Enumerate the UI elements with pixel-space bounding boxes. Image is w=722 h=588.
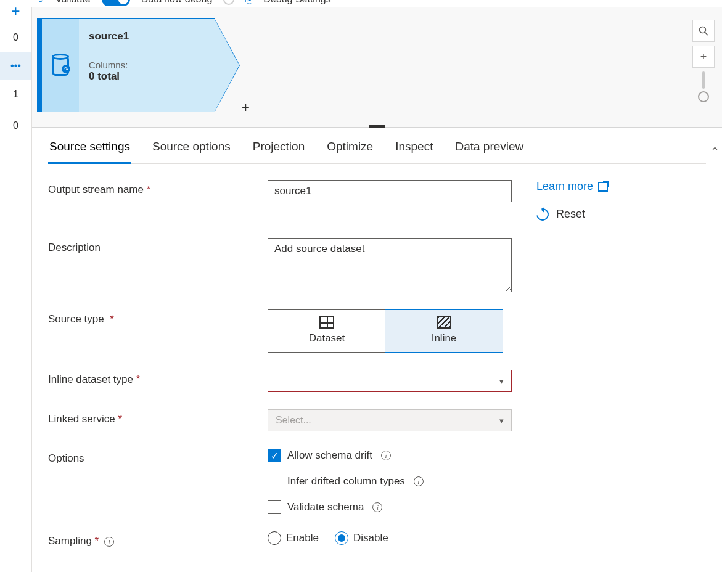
sampling-enable-radio[interactable]: Enable xyxy=(268,531,319,545)
validate-chevron-icon[interactable]: ⌄ xyxy=(37,0,44,4)
linked-service-select[interactable]: Select... ▾ xyxy=(268,409,512,431)
node-accent-bar xyxy=(37,18,42,112)
node-db-icon: ↷ xyxy=(42,18,79,112)
tab-projection[interactable]: Projection xyxy=(252,140,306,163)
source-type-dataset[interactable]: Dataset xyxy=(268,310,385,352)
rail-slot-active[interactable]: ••• xyxy=(0,52,31,80)
infer-drifted-checkbox[interactable] xyxy=(268,475,281,488)
source-type-segmented: Dataset Inline xyxy=(268,309,503,353)
validate-button[interactable]: Validate xyxy=(55,0,91,5)
label-options: Options xyxy=(48,449,245,465)
dataset-grid-icon xyxy=(319,316,334,329)
zoom-slider-handle[interactable] xyxy=(698,91,709,102)
debug-settings-button[interactable]: Debug Settings xyxy=(263,0,330,5)
node-columns-label: Columns: xyxy=(89,60,205,70)
tab-data-preview[interactable]: Data preview xyxy=(454,140,525,163)
zoom-slider-track[interactable] xyxy=(702,71,705,89)
info-icon[interactable]: i xyxy=(381,451,391,460)
collapse-panel-icon[interactable]: ⌃ xyxy=(710,145,720,158)
debug-settings-icon[interactable]: ⎘ xyxy=(245,0,252,6)
svg-line-1 xyxy=(705,33,708,36)
chevron-down-icon: ▾ xyxy=(499,416,504,425)
label-description: Description xyxy=(48,238,245,254)
inline-dataset-type-select[interactable]: ▾ xyxy=(268,370,512,392)
svg-point-0 xyxy=(700,27,706,33)
source-node[interactable]: ↷ source1 Columns: 0 total xyxy=(37,18,215,112)
debug-toggle-label: Data flow debug xyxy=(141,0,213,5)
settings-tabs: Source settings Source options Projectio… xyxy=(48,128,706,164)
inline-hatch-icon xyxy=(437,316,451,329)
label-source-type: Source type * xyxy=(48,309,245,325)
output-stream-name-input[interactable] xyxy=(268,180,512,202)
chevron-down-icon: ▾ xyxy=(499,377,504,386)
info-icon[interactable]: i xyxy=(104,537,114,547)
debug-toggle[interactable] xyxy=(102,0,130,6)
add-icon[interactable]: + xyxy=(11,2,20,23)
reset-icon xyxy=(534,206,551,223)
loading-spinner-icon xyxy=(223,0,234,5)
tab-source-settings[interactable]: Source settings xyxy=(48,140,131,164)
tab-optimize[interactable]: Optimize xyxy=(326,140,374,163)
dataflow-canvas[interactable]: ↷ source1 Columns: 0 total + + xyxy=(32,7,722,128)
left-rail: + 0 ••• 1 0 xyxy=(0,7,32,572)
label-sampling: Sampling * i xyxy=(48,531,245,547)
search-icon[interactable] xyxy=(692,20,715,42)
rail-separator xyxy=(6,110,25,110)
label-linked-service: Linked service * xyxy=(48,409,245,425)
description-input[interactable] xyxy=(268,238,512,292)
allow-schema-drift-checkbox[interactable] xyxy=(268,449,281,462)
validate-schema-checkbox[interactable] xyxy=(268,500,281,514)
label-inline-dataset-type: Inline dataset type * xyxy=(48,370,245,386)
canvas-tools: + xyxy=(692,20,715,102)
tab-source-options[interactable]: Source options xyxy=(151,140,232,163)
sampling-disable-radio[interactable]: Disable xyxy=(335,531,388,545)
label-output-stream-name: Output stream name * xyxy=(48,180,245,196)
validate-schema-label: Validate schema xyxy=(287,501,364,513)
info-icon[interactable]: i xyxy=(414,476,424,486)
allow-schema-drift-label: Allow schema drift xyxy=(287,449,372,462)
tab-inspect[interactable]: Inspect xyxy=(394,140,434,163)
source-type-inline[interactable]: Inline xyxy=(385,309,503,353)
reset-button[interactable]: Reset xyxy=(536,208,706,221)
zoom-in-icon[interactable]: + xyxy=(692,46,715,68)
external-link-icon xyxy=(598,182,608,192)
node-columns-value: 0 total xyxy=(89,70,205,83)
rail-slot-0[interactable]: 0 xyxy=(0,23,31,52)
node-arrow-icon xyxy=(215,19,239,112)
rail-slot-1[interactable]: 1 xyxy=(0,80,31,108)
node-title: source1 xyxy=(89,30,205,43)
rail-slot-2[interactable]: 0 xyxy=(0,112,31,140)
add-step-icon[interactable]: + xyxy=(242,100,250,116)
top-toolbar: ⌄ Validate Data flow debug ⎘ Debug Setti… xyxy=(0,0,722,7)
learn-more-link[interactable]: Learn more xyxy=(536,180,706,193)
infer-drifted-label: Infer drifted column types xyxy=(287,475,405,488)
info-icon[interactable]: i xyxy=(372,502,382,512)
